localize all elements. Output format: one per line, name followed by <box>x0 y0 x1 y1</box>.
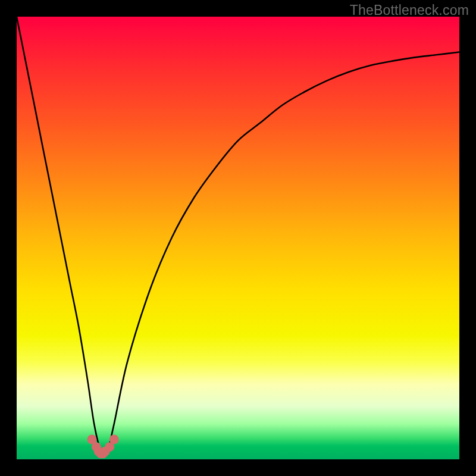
floor-marker <box>109 435 119 444</box>
bottleneck-curve <box>17 17 459 454</box>
plot-area <box>17 17 459 459</box>
watermark-text: TheBottleneck.com <box>350 2 469 18</box>
curve-layer <box>17 17 459 459</box>
chart-stage: TheBottleneck.com <box>0 0 476 476</box>
floor-marker-group <box>87 435 119 459</box>
